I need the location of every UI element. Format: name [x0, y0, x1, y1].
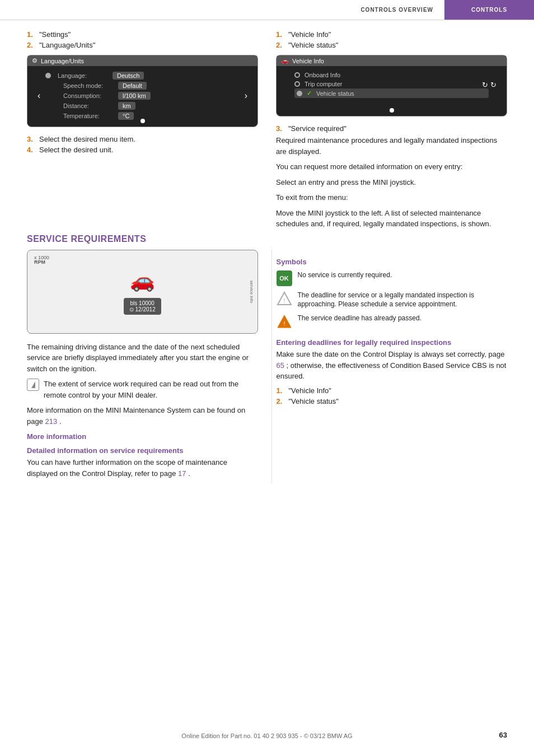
note-text: The extent of service work required can … — [44, 379, 258, 400]
right-num-2: 2. — [276, 41, 285, 49]
left-step-3: 3. Select the desired menu item. — [27, 135, 258, 143]
screen-label-language: Language: — [58, 72, 108, 79]
entering-text-2: "Vehicle status" — [289, 397, 339, 405]
top-two-col: 1. "Settings" 2. "Language/Units" ⚙ Lang… — [0, 20, 534, 234]
right-body-5: Move the MINI joystick to the left. A li… — [276, 208, 507, 230]
left-num-1: 1. — [27, 30, 36, 39]
screen-label-temperature: Temperature: — [63, 113, 114, 119]
radio-onboard — [294, 72, 300, 78]
screen-title-icon: ⚙ — [32, 57, 38, 64]
detailed-subheading: Detailed information on service requirem… — [27, 446, 258, 455]
left-text-2: "Language/Units" — [39, 41, 95, 49]
vehicle-row-onboard: Onboard Info — [294, 71, 489, 80]
symbol-ok-row: OK No service is currently required. — [277, 270, 508, 286]
passed-symbol-text: The service deadline has already passed. — [298, 314, 421, 323]
screen-row-distance: Distance: km — [45, 101, 240, 111]
entering-step-1: 1. "Vehicle Info" — [277, 386, 508, 395]
service-info-bar: bls 10000 ⊙ 12/2012 — [124, 298, 161, 315]
symbol-warn-row: ! The deadline for service or a legally … — [277, 291, 508, 310]
entering-link[interactable]: 65 — [277, 361, 284, 370]
right-body-2: You can request more detailed informatio… — [276, 161, 507, 172]
left-text-3: Select the desired menu item. — [39, 135, 135, 143]
entering-heading: Entering deadlines for legally required … — [277, 338, 508, 347]
entering-num-2: 2. — [277, 397, 285, 405]
screen-label-distance: Distance: — [63, 102, 114, 109]
note-triangle-icon — [27, 379, 39, 391]
screen-label-consumption: Consumption: — [63, 92, 114, 99]
page-footer: Online Edition for Part no. 01 40 2 903 … — [0, 732, 534, 739]
vehicle-label-onboard: Onboard Info — [305, 72, 340, 78]
right-text-3: "Service required" — [288, 124, 346, 133]
screen-value-speech: Default — [118, 82, 147, 90]
right-text-1: "Vehicle Info" — [288, 30, 331, 39]
right-list-item-1: 1. "Vehicle Info" — [276, 30, 507, 39]
side-label: service info — [249, 280, 254, 302]
screen-value-temperature: °C — [118, 112, 134, 120]
screen-row-language: Language: Deutsch — [45, 71, 240, 81]
vehicle-info-screen: 🚗 Vehicle Info Onboard Info Trip compute… — [276, 55, 507, 116]
detailed-end: . — [188, 469, 190, 478]
radio-trip — [294, 81, 300, 87]
page-container: CONTROLS OVERVIEW CONTROLS 1. "Settings"… — [0, 0, 534, 756]
warn-triangle-icon: ! — [277, 291, 292, 306]
screen-value-consumption: l/100 km — [118, 92, 151, 100]
warn-symbol-text: The deadline for service or a legally ma… — [298, 291, 508, 310]
screen-title: ⚙ Language/Units — [27, 55, 257, 66]
body-text-1: The remaining driving distance and the d… — [27, 342, 258, 375]
left-step-4: 4. Select the desired unit. — [27, 146, 258, 154]
vehicle-row-trip: Trip computer — [294, 80, 489, 88]
col-right-top: 1. "Vehicle Info" 2. "Vehicle status" 🚗 … — [271, 30, 507, 234]
passed-triangle-icon: ! — [277, 314, 292, 329]
detailed-body: You can have further information on the … — [27, 457, 258, 479]
screen-label-speech: Speech mode: — [63, 82, 114, 89]
screen-dot — [140, 119, 145, 123]
date-text: ⊙ 12/2012 — [129, 306, 156, 312]
vehicle-screen-title: 🚗 Vehicle Info — [277, 55, 507, 66]
note-box: The extent of service work required can … — [27, 379, 258, 400]
language-units-screen: ⚙ Language/Units ‹ Language: Deutsch Spe… — [27, 55, 258, 127]
col-body-left: x 1000 RPM 🚗 bls 10000 ⊙ 12/2012 service… — [27, 250, 271, 484]
nav-right-icon-2: ↻ — [482, 80, 488, 88]
left-list-item-2: 2. "Language/Units" — [27, 41, 258, 49]
right-body-3: Select an entry and press the MINI joyst… — [276, 177, 507, 188]
body2-end: . — [59, 417, 62, 426]
right-body-1: Required maintenance procedures and lega… — [276, 135, 507, 157]
screen-row-consumption: Consumption: l/100 km — [45, 91, 240, 101]
nav-left-icon: ‹ — [38, 91, 40, 101]
left-text-1: "Settings" — [39, 30, 71, 39]
left-text-4: Select the desired unit. — [39, 146, 113, 154]
detailed-link[interactable]: 17 — [178, 469, 186, 478]
body-two-col: x 1000 RPM 🚗 bls 10000 ⊙ 12/2012 service… — [0, 250, 534, 484]
check-mark-icon: ✓ — [307, 90, 312, 97]
left-list-item-1: 1. "Settings" — [27, 30, 258, 39]
triangle-shape — [31, 381, 35, 388]
left-num-3: 3. — [27, 135, 36, 143]
dashboard-mockup: x 1000 RPM 🚗 bls 10000 ⊙ 12/2012 service… — [27, 250, 258, 334]
page-number: 63 — [499, 731, 507, 739]
svg-text:!: ! — [283, 297, 285, 304]
header-left-label: CONTROLS OVERVIEW — [0, 0, 444, 20]
right-text-2: "Vehicle status" — [288, 41, 338, 49]
left-num-2: 2. — [27, 41, 36, 49]
screen-dot-2 — [390, 108, 394, 113]
entering-pre: Make sure the date on the Control Displa… — [277, 350, 505, 358]
ok-symbol-text: No service is currently required. — [298, 270, 392, 280]
vehicle-label-trip: Trip computer — [305, 81, 342, 87]
header-bar: CONTROLS OVERVIEW CONTROLS — [0, 0, 534, 20]
detailed-pre: You can have further information on the … — [27, 458, 227, 478]
more-info-heading: More information — [27, 432, 258, 441]
mileage-text: bls 10000 — [129, 300, 156, 306]
ok-symbol: OK — [277, 270, 292, 286]
entering-text-1: "Vehicle Info" — [289, 386, 331, 395]
symbols-heading: Symbols — [277, 258, 508, 266]
entering-step-2: 2. "Vehicle status" — [277, 397, 508, 405]
car-icon: 🚗 — [130, 269, 155, 292]
service-requirements-heading: SERVICE REQUIREMENTS — [27, 234, 507, 244]
right-num-1: 1. — [276, 30, 285, 39]
rpm-label: RPM — [34, 259, 45, 265]
body2-link[interactable]: 213 — [45, 417, 58, 426]
radio-status — [297, 91, 302, 96]
right-list-item-2: 2. "Vehicle status" — [276, 41, 507, 49]
symbol-passed-row: ! The service deadline has already passe… — [277, 314, 508, 329]
screen-value-language: Deutsch — [113, 72, 144, 80]
